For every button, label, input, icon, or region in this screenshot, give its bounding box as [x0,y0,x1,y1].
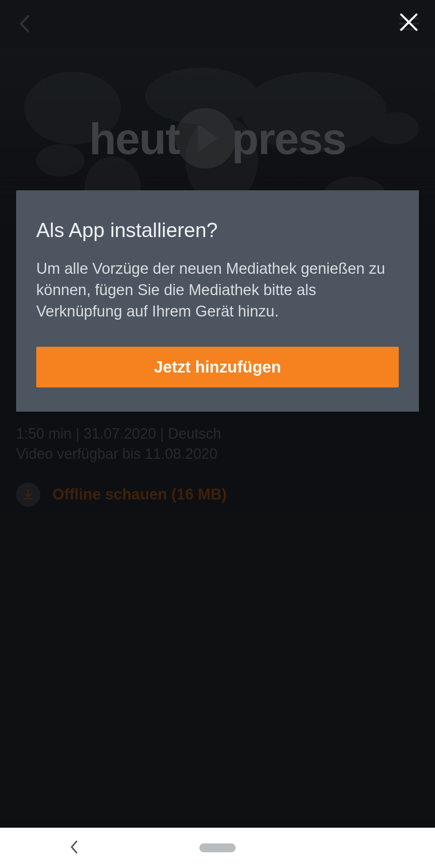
modal-title: Als App installieren? [36,219,399,242]
chevron-left-icon [68,839,79,855]
system-home-pill[interactable] [199,843,236,852]
install-app-modal: Als App installieren? Um alle Vorzüge de… [16,190,419,412]
modal-backdrop[interactable] [0,0,435,868]
close-button[interactable] [399,12,419,32]
add-now-button[interactable]: Jetzt hinzufügen [36,347,399,387]
close-icon [399,12,419,32]
modal-body: Um alle Vorzüge der neuen Mediathek geni… [36,258,399,323]
system-back-button[interactable] [68,839,79,857]
system-nav-bar [0,828,435,868]
